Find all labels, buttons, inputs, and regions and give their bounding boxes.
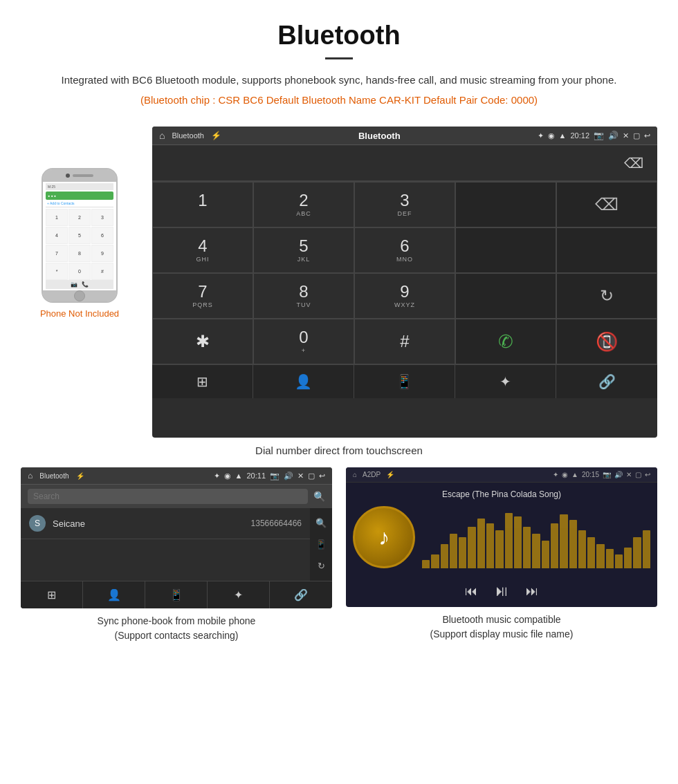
music-bt-icon: ✦ bbox=[553, 471, 558, 478]
call-accept-key[interactable]: ✆ bbox=[455, 319, 556, 364]
close-icon[interactable]: ✕ bbox=[623, 131, 629, 140]
viz-bar bbox=[578, 530, 586, 568]
contacts-screen: ⌂ Bluetooth ⚡ ✦ ◉ ▲ 20:11 📷 🔊 ✕ ▢ ↩ bbox=[21, 467, 332, 608]
music-caption-text: Bluetooth music compatible(Support displ… bbox=[430, 614, 574, 640]
viz-bar bbox=[643, 530, 650, 568]
keypad-3[interactable]: 3DEF bbox=[354, 182, 455, 227]
window-icon[interactable]: ▢ bbox=[633, 131, 640, 140]
phone-key-9: 9 bbox=[91, 245, 113, 262]
contacts-tb-person[interactable]: 👤 bbox=[83, 581, 145, 608]
page-desc: Integrated with BC6 Bluetooth module, su… bbox=[42, 72, 636, 88]
phone-key-6: 6 bbox=[91, 227, 113, 244]
call-reject-key[interactable]: 📵 bbox=[556, 319, 657, 364]
keypad-1[interactable]: 1. bbox=[152, 182, 253, 227]
music-cam-icon[interactable]: 📷 bbox=[603, 471, 611, 478]
keypad-hash[interactable]: # bbox=[354, 319, 455, 364]
toolbar-link-btn[interactable]: 🔗 bbox=[556, 365, 657, 398]
main-content: M:25 ● ● ● + Add to Contacts 1 2 3 4 5 6… bbox=[0, 127, 678, 438]
keypad-7[interactable]: 7PQRS bbox=[152, 273, 253, 319]
bottom-row: ⌂ Bluetooth ⚡ ✦ ◉ ▲ 20:11 📷 🔊 ✕ ▢ ↩ bbox=[0, 467, 678, 643]
contacts-search-input[interactable] bbox=[28, 489, 308, 504]
contacts-caption: Sync phone-book from mobile phone(Suppor… bbox=[98, 614, 256, 643]
right-refresh-icon[interactable]: ↻ bbox=[318, 561, 325, 571]
music-next-button[interactable]: ⏭ bbox=[526, 584, 538, 599]
phone-bottom bbox=[43, 290, 116, 301]
phone-not-included-label: Phone Not Included bbox=[40, 308, 119, 319]
keypad-5[interactable]: 5JKL bbox=[253, 227, 354, 273]
bt-status-icon: ✦ bbox=[538, 131, 544, 140]
right-search-icon[interactable]: 🔍 bbox=[315, 518, 327, 528]
contacts-usb-icon: ⚡ bbox=[76, 472, 84, 480]
music-note-icon: ♪ bbox=[378, 525, 390, 550]
keypad-4[interactable]: 4GHI bbox=[152, 227, 253, 273]
contacts-cam-icon[interactable]: 📷 bbox=[270, 472, 280, 480]
backspace-key[interactable]: ⌫ bbox=[556, 182, 657, 227]
phone-add-contact: + Add to Contacts bbox=[46, 201, 113, 205]
contacts-app-name: Bluetooth bbox=[39, 472, 68, 480]
phone-key-0: 0 bbox=[68, 263, 91, 280]
toolbar-phone-btn[interactable]: 📱 bbox=[354, 365, 455, 398]
viz-bar bbox=[606, 549, 614, 568]
viz-bar bbox=[523, 527, 531, 568]
backspace-button[interactable]: ⌫ bbox=[624, 155, 643, 171]
viz-bar bbox=[431, 554, 439, 568]
music-vol-icon[interactable]: 🔊 bbox=[614, 471, 623, 478]
status-bar-center: Bluetooth bbox=[358, 131, 401, 141]
music-time: 20:15 bbox=[582, 471, 599, 478]
toolbar-grid-btn[interactable]: ⊞ bbox=[152, 365, 253, 398]
contacts-close-icon[interactable]: ✕ bbox=[297, 472, 304, 480]
music-close-icon[interactable]: ✕ bbox=[626, 471, 632, 478]
music-win-icon[interactable]: ▢ bbox=[635, 471, 641, 478]
volume-icon[interactable]: 🔊 bbox=[608, 131, 619, 140]
refresh-key[interactable]: ↻ bbox=[556, 273, 657, 319]
phone-speaker bbox=[73, 174, 93, 177]
viz-bar bbox=[551, 523, 558, 568]
status-bar-app-name-center: Bluetooth bbox=[358, 131, 401, 141]
phone-key-7: 7 bbox=[46, 245, 68, 262]
status-bar-left: ⌂ Bluetooth ⚡ bbox=[159, 130, 221, 141]
toolbar-contacts-btn[interactable]: 👤 bbox=[253, 365, 354, 398]
contacts-tb-link[interactable]: 🔗 bbox=[270, 581, 332, 608]
home-icon[interactable]: ⌂ bbox=[159, 130, 165, 141]
viz-bar bbox=[569, 520, 577, 568]
contacts-list-wrapper: S Seicane 13566664466 🔍 📱 ↻ bbox=[21, 508, 332, 581]
contacts-tb-phone[interactable]: 📱 bbox=[145, 581, 208, 608]
viz-bar bbox=[441, 544, 448, 568]
phone-screen-area: M:25 ● ● ● + Add to Contacts 1 2 3 4 5 6… bbox=[43, 182, 116, 290]
music-prev-button[interactable]: ⏮ bbox=[465, 584, 477, 599]
phone-status-mini: M:25 bbox=[46, 183, 113, 190]
keypad-9[interactable]: 9WXYZ bbox=[354, 273, 455, 319]
music-status-bar: ⌂ A2DP ⚡ ✦ ◉ ▲ 20:15 📷 🔊 ✕ ▢ ↩ bbox=[346, 467, 657, 483]
music-home-icon[interactable]: ⌂ bbox=[353, 471, 357, 478]
back-icon[interactable]: ↩ bbox=[644, 131, 650, 140]
contact-row[interactable]: S Seicane 13566664466 bbox=[21, 508, 310, 539]
phone-key-1: 1 bbox=[46, 209, 68, 226]
page-title: Bluetooth bbox=[42, 21, 636, 50]
contacts-home-icon[interactable]: ⌂ bbox=[28, 471, 33, 480]
camera-icon[interactable]: 📷 bbox=[594, 131, 604, 140]
music-back-icon[interactable]: ↩ bbox=[645, 471, 650, 478]
contacts-vol-icon[interactable]: 🔊 bbox=[284, 472, 293, 480]
keypad-8[interactable]: 8TUV bbox=[253, 273, 354, 319]
keypad-6[interactable]: 6MNO bbox=[354, 227, 455, 273]
contacts-loc-icon: ◉ bbox=[224, 472, 231, 480]
music-album-art: ♪ bbox=[353, 506, 415, 568]
contacts-tb-bt[interactable]: ✦ bbox=[208, 581, 270, 608]
viz-bar bbox=[450, 534, 457, 568]
music-play-pause-button[interactable]: ⏯ bbox=[494, 582, 509, 600]
usb-icon: ⚡ bbox=[211, 131, 221, 140]
contacts-back-icon[interactable]: ↩ bbox=[319, 472, 325, 480]
keypad-empty-3 bbox=[556, 227, 657, 273]
keypad-2[interactable]: 2ABC bbox=[253, 182, 354, 227]
contacts-status-left: ⌂ Bluetooth ⚡ bbox=[28, 471, 84, 480]
music-caption: Bluetooth music compatible(Support displ… bbox=[430, 613, 574, 642]
contacts-tb-grid[interactable]: ⊞ bbox=[21, 581, 83, 608]
contacts-time: 20:11 bbox=[246, 472, 266, 480]
toolbar-bt-btn[interactable]: ✦ bbox=[455, 365, 556, 398]
contacts-caption-text: Sync phone-book from mobile phone(Suppor… bbox=[98, 615, 256, 641]
right-call-icon[interactable]: 📱 bbox=[315, 539, 327, 550]
contacts-win-icon[interactable]: ▢ bbox=[308, 472, 315, 480]
keypad-0[interactable]: 0+ bbox=[253, 319, 354, 364]
keypad-star[interactable]: ✱ bbox=[152, 319, 253, 364]
music-loc-icon: ◉ bbox=[562, 471, 568, 478]
